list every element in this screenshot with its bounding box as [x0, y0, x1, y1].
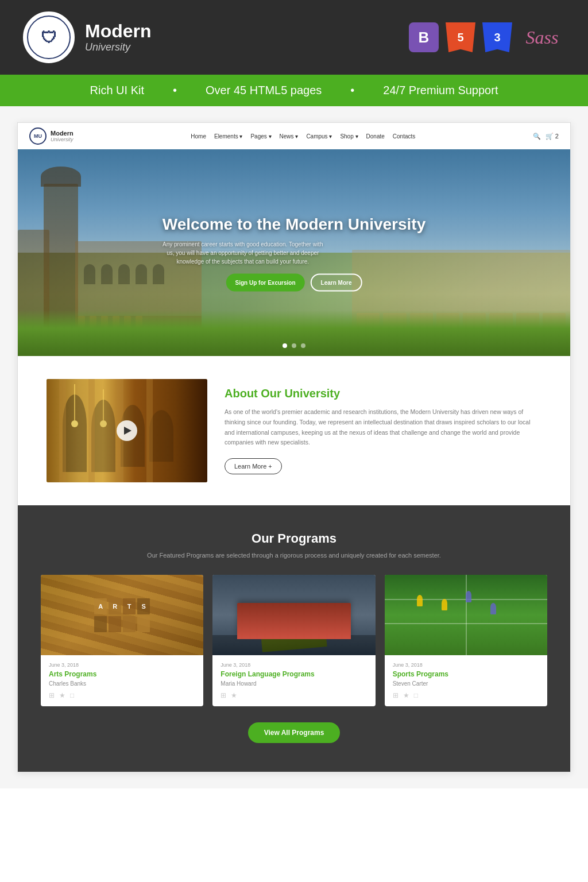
nav-link-elements[interactable]: Elements ▾: [214, 133, 242, 140]
hero-buttons: Sign Up for Excursion Learn More: [163, 274, 425, 292]
hero-dots: [283, 343, 305, 348]
program-image-lang: [212, 575, 375, 655]
nav-link-news[interactable]: News ▾: [280, 133, 299, 140]
hero-subtitle: Any prominent career starts with good ed…: [163, 240, 323, 266]
logo-inner: 🛡: [27, 16, 71, 59]
site-name: Modern: [85, 21, 152, 41]
hero-dot-2[interactable]: [292, 343, 296, 348]
mini-logo-text-block: Modern University: [51, 130, 74, 142]
mini-logo-icon: MU: [29, 127, 47, 145]
program-action-icons-lang: ⊞ ★: [220, 691, 367, 699]
program-date-lang: June 3, 2018: [220, 662, 367, 668]
programs-title: Our Programs: [41, 531, 547, 546]
logo-text: Modern University: [85, 21, 152, 53]
site-tagline: University: [85, 41, 130, 53]
hero-content: Welcome to the Modern University Any pro…: [163, 214, 425, 292]
about-learn-more-button[interactable]: Learn More +: [225, 458, 282, 474]
program-date-arts: June 3, 2018: [49, 662, 195, 668]
hero-dot-3[interactable]: [301, 343, 305, 348]
about-content: About Our University As one of the world…: [225, 387, 541, 474]
feature-item-1: Rich UI Kit: [90, 84, 144, 97]
program-info-arts: June 3, 2018 Arts Programs Charles Banks…: [41, 655, 203, 706]
about-section: About Our University As one of the world…: [18, 356, 570, 505]
program-info-lang: June 3, 2018 Foreign Language Programs M…: [212, 655, 375, 706]
search-icon[interactable]: 🔍: [533, 133, 541, 140]
site-header: 🛡 Modern University B 5 3 Sass: [0, 0, 588, 75]
star-icon-sports: ★: [403, 691, 409, 699]
sass-badge: Sass: [519, 22, 565, 52]
preview-frame: MU Modern University Home Elements ▾ Pag…: [17, 122, 571, 772]
programs-subtitle: Our Featured Programs are selected throu…: [41, 552, 547, 559]
learn-more-button[interactable]: Learn More: [311, 274, 362, 292]
about-title-accent: Our University: [261, 387, 340, 400]
view-all-button[interactable]: View All Programs: [248, 722, 341, 743]
feature-item-2: Over 45 HTML5 pages: [206, 84, 322, 97]
feature-item-3: 24/7 Premium Support: [383, 84, 498, 97]
html5-badge: 5: [446, 22, 475, 52]
nav-link-shop[interactable]: Shop ▾: [340, 133, 358, 140]
nav-link-contacts[interactable]: Contacts: [393, 133, 415, 140]
css3-badge: 3: [482, 22, 512, 52]
star-icon: ★: [59, 691, 65, 699]
nav-link-pages[interactable]: Pages ▾: [250, 133, 271, 140]
program-date-sports: June 3, 2018: [393, 662, 539, 668]
program-card-lang: June 3, 2018 Foreign Language Programs M…: [212, 575, 375, 706]
tech-badges: B 5 3 Sass: [409, 22, 565, 52]
sass-label: Sass: [526, 27, 559, 48]
program-name-arts[interactable]: Arts Programs: [49, 670, 195, 678]
view-all-wrapper: View All Programs: [41, 722, 547, 743]
dot-separator-1: •: [173, 84, 177, 97]
square-icon: □: [70, 691, 74, 699]
program-author-sports: Steven Carter: [393, 680, 539, 687]
logo-shield-icon: 🛡: [41, 28, 57, 47]
play-button[interactable]: [117, 420, 137, 441]
grid-icon-lang: ⊞: [220, 691, 226, 699]
grid-icon: ⊞: [49, 691, 55, 699]
hero-section: Welcome to the Modern University Any pro…: [18, 149, 570, 356]
nav-link-home[interactable]: Home: [191, 133, 206, 140]
mini-logo: MU Modern University: [29, 127, 74, 145]
dot-separator-2: •: [350, 84, 354, 97]
cart-icon[interactable]: 🛒 2: [546, 133, 559, 140]
mini-nav-actions: 🔍 🛒 2: [533, 133, 559, 140]
about-body-text: As one of the world's premier academic a…: [225, 407, 541, 448]
feature-bar: Rich UI Kit • Over 45 HTML5 pages • 24/7…: [0, 75, 588, 106]
square-icon-sports: □: [414, 691, 418, 699]
bootstrap-badge: B: [409, 22, 439, 52]
logo-circle: 🛡: [23, 11, 75, 63]
program-author-lang: Maria Howard: [220, 680, 367, 687]
program-author-arts: Charles Banks: [49, 680, 195, 687]
about-image: [47, 379, 207, 482]
program-action-icons-arts: ⊞ ★ □: [49, 691, 195, 699]
programs-grid: A R T S June 3, 2018: [41, 575, 547, 706]
program-card-arts: A R T S June 3, 2018: [41, 575, 203, 706]
star-icon-lang: ★: [231, 691, 237, 699]
preview-wrapper: MU Modern University Home Elements ▾ Pag…: [0, 106, 588, 788]
program-info-sports: June 3, 2018 Sports Programs Steven Cart…: [385, 655, 547, 706]
nav-link-campus[interactable]: Campus ▾: [306, 133, 332, 140]
program-name-sports[interactable]: Sports Programs: [393, 670, 539, 678]
hero-dot-1[interactable]: [283, 343, 287, 348]
programs-section: Our Programs Our Featured Programs are s…: [18, 505, 570, 772]
nav-link-donate[interactable]: Donate: [366, 133, 385, 140]
program-card-sports: June 3, 2018 Sports Programs Steven Cart…: [385, 575, 547, 706]
program-image-arts: A R T S: [41, 575, 203, 655]
logo-area: 🛡 Modern University: [23, 11, 152, 63]
mini-nav-links: Home Elements ▾ Pages ▾ News ▾ Campus ▾ …: [191, 133, 415, 140]
play-triangle-icon: [124, 427, 131, 435]
grid-icon-sports: ⊞: [393, 691, 399, 699]
hero-title: Welcome to the Modern University: [163, 214, 425, 234]
program-action-icons-sports: ⊞ ★ □: [393, 691, 539, 699]
mini-navbar: MU Modern University Home Elements ▾ Pag…: [18, 123, 570, 149]
signup-button[interactable]: Sign Up for Excursion: [226, 274, 305, 292]
about-title: About Our University: [225, 387, 541, 400]
program-name-lang[interactable]: Foreign Language Programs: [220, 670, 367, 678]
program-image-sports: [385, 575, 547, 655]
